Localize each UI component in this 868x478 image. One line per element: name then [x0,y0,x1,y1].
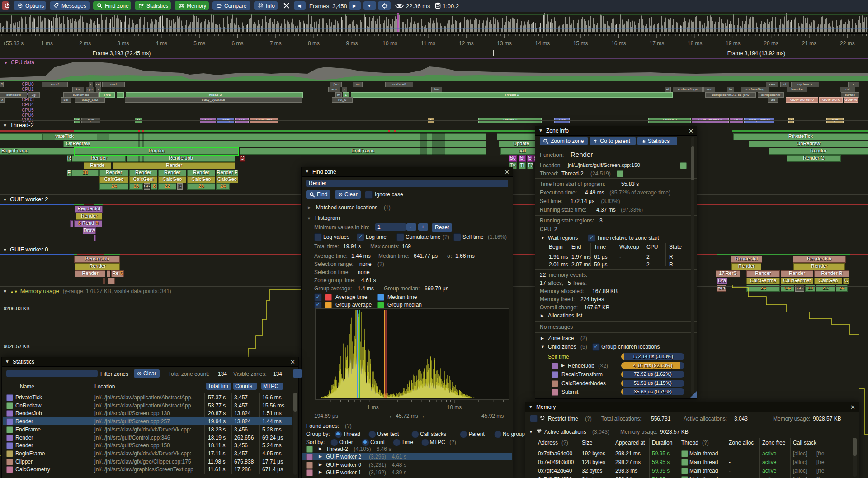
self-time-checkbox[interactable] [453,233,461,241]
zone-endframe[interactable]: EndFrame [240,148,486,155]
child-zone-time-bar[interactable]: 35.63 us (0.79%) [621,388,684,395]
zone-render[interactable]: Render [781,270,813,277]
statistics-button[interactable]: Statistics [135,1,171,10]
zone-render-g[interactable]: Render G [787,155,841,162]
child-zone-name[interactable]: RecalcTransform [561,371,603,378]
collapse-icon[interactable]: ▼ [528,404,533,409]
locate-frame-button[interactable] [378,1,391,10]
column-header-address[interactable]: Address [538,440,558,446]
memory-panel-titlebar[interactable]: ▼Memory✕ [525,402,859,412]
cpu-zone-chip[interactable]: kw [72,87,84,92]
zone-22[interactable]: 22 [158,183,176,190]
call-stack-free-link[interactable]: [fre [816,476,824,478]
allocations-list-label[interactable]: Allocations list [548,312,582,319]
cpu-zone-chip[interactable]: aud [703,87,715,92]
zone-anon[interactable] [42,133,55,140]
alloc-address[interactable]: 0x7e049b3d00 [538,459,574,465]
zone-anon[interactable]: 8 Rend 9 [74,220,102,227]
zone-renderjol[interactable]: RenderJol [731,256,762,263]
frame-markers[interactable]: Frame 3,193 (22.45 ms)Frame 3,194 (13.92… [0,49,868,57]
matched-source-locations-label[interactable]: Matched source locations [316,204,377,211]
zone-anon[interactable] [70,220,73,227]
clipped-button[interactable] [293,369,302,378]
cpu-zone-chip[interactable]: Thread-2 [351,92,673,98]
column-header-call-stack[interactable]: Call stack [793,440,816,446]
call-stack-free-link[interactable]: [fre [816,459,824,465]
child-zone-time-bar[interactable]: 172.14 us (3.83%) [621,353,684,360]
thread-header-guif-worker-0[interactable]: ▼GUIF worker 0 [3,246,48,253]
zone-render[interactable]: Render [731,263,761,270]
cpu-data-header[interactable]: ▼CPU data [0,58,868,66]
log-values-checkbox[interactable] [314,233,322,241]
cpu-zone-chip[interactable]: gm [86,87,94,92]
zone-render[interactable]: Render [769,148,868,155]
zone-anon[interactable] [94,235,96,241]
wait-column-header[interactable]: End [571,244,581,250]
resize-grip[interactable] [689,391,697,398]
found-group-name[interactable]: GUIF worker 1 [326,469,361,476]
cpu-zone-chip[interactable]: au [353,82,363,87]
found-group-name[interactable]: Thread-2 [326,446,348,452]
stat-zone-name[interactable]: PrivateTick [15,394,42,401]
zone-privatetick[interactable]: PrivateTick [733,133,868,140]
cpu-zone-chip[interactable]: composer@ [758,92,784,98]
zone-c[interactable]: C [240,155,245,162]
cpu-zone-chip[interactable]: s [848,82,859,87]
cpu-zone-chip[interactable]: aux [328,87,340,92]
cpu-zone-chip[interactable]: Thre [99,92,115,98]
zone-render[interactable]: Render [75,270,105,277]
zone-renderjob[interactable]: RenderJob [793,256,846,263]
stat-zone-name[interactable]: CalcGeometry [15,466,50,473]
zone-24[interactable]: 24 [216,183,230,190]
zone-18[interactable]: 18 [71,170,99,176]
group-children-checkbox[interactable]: ✓ [592,343,600,351]
found-group-name[interactable]: GUIF worker 0 [326,462,361,468]
stat-zone-name[interactable]: Clipper [15,459,33,465]
zoom-to-zone-button[interactable]: Zoom to zone [540,137,588,145]
stat-zone-name[interactable]: Render [15,418,33,425]
alloc-address[interactable]: 0x7dfc53d898 [538,476,572,478]
group-by-radio-thread[interactable] [335,431,342,438]
zone-anon[interactable] [107,270,110,277]
messages-button[interactable]: Messages [50,1,90,10]
zone-calcgeo[interactable]: CalcGeo [187,176,215,183]
sort-by-radio-count[interactable] [362,439,369,446]
compare-button[interactable]: Compare [212,1,250,10]
zone-t7[interactable]: T7 [527,162,533,169]
zone-render[interactable]: Render [187,170,215,176]
zone-calcgeo[interactable]: CalcGeo [216,176,238,183]
zone-render[interactable]: Render [72,155,126,162]
cpu-zone-chip[interactable]: surfac [841,92,859,98]
zone-f[interactable]: F [67,170,71,176]
cpu-zone-chip[interactable]: m [335,92,342,98]
zone-8[interactable]: 8 [151,183,157,190]
cumulate-time-checkbox[interactable] [396,233,404,241]
find-zone-panel-titlebar[interactable]: ▼Find zone✕ [302,167,513,177]
zone-render[interactable]: Render [75,148,238,155]
child-zone-name[interactable]: Submit [561,389,578,395]
zone-render[interactable]: Render [76,213,102,220]
column-header-total-time[interactable]: Total tim [206,383,231,390]
zone-info-panel-titlebar[interactable]: ▼Zone info✕ [535,126,697,136]
column-header-zone-alloc[interactable]: Zone alloc [729,440,754,446]
group-by-radio-no-groupi[interactable] [494,431,502,438]
cpu-zone-chip[interactable]: system se [63,92,99,98]
call-stack-free-link[interactable]: [fre [816,450,824,457]
zone-render[interactable]: Render [99,170,128,176]
close-icon[interactable]: ✕ [850,404,855,411]
child-zone-name[interactable]: Self time [548,354,569,360]
found-group-name[interactable]: GUIF worker 2 [326,454,361,460]
sort-by-radio-order[interactable] [330,439,338,446]
scrollbar-thumb[interactable] [853,438,857,456]
zone-c[interactable]: C [843,278,849,284]
zone-render-f[interactable]: Render F [216,170,238,176]
cpu-zone-chip[interactable]: au [768,97,778,103]
sort-by-radio-time[interactable] [393,439,401,446]
column-header-mtpc[interactable]: MTPC [261,383,283,390]
zone-draw[interactable]: Draw [83,227,96,234]
zone-17-rers[interactable]: 17'RerS [716,270,740,277]
column-header-appeared[interactable]: Appeared at [615,440,645,446]
cpu-zone-chip[interactable]: s [96,87,101,92]
cpu-zone-chip[interactable]: s [342,87,347,92]
zone-ti[interactable]: Ti [519,162,526,169]
